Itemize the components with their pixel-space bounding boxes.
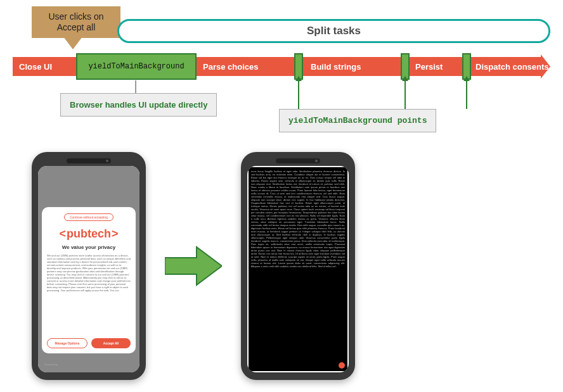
phone-notch (276, 158, 320, 163)
diagram-root: User clicks on Accept all Split tasks Cl… (13, 13, 550, 392)
transition-arrow-icon (165, 244, 222, 288)
split-tasks-pill: Split tasks (117, 19, 550, 43)
segment-persist: Persist (409, 57, 463, 76)
segment-parse-choices: Parse choices (197, 57, 292, 76)
segment-label: Parse choices (203, 62, 258, 72)
privacy-headline: We value your privacy (62, 244, 115, 250)
segment-label: Build strings (311, 62, 361, 72)
privacy-body: We and our (1389) partners store and/or … (47, 254, 131, 334)
arrow-up-icon (466, 81, 467, 109)
segment-close-ui: Close UI (13, 57, 76, 76)
accept-all-button[interactable]: Accept All (91, 338, 131, 348)
arrow-up-icon (404, 81, 406, 109)
phones-row: Continue without accepting pubtech We va… (32, 152, 355, 380)
arrow-up-icon (298, 81, 299, 109)
annotation-connector (135, 80, 136, 93)
fab-icon[interactable] (339, 362, 345, 369)
phone-after: nunc lacus fringilla facilisis et eget o… (241, 152, 355, 380)
manage-options-button[interactable]: Manage Options (47, 338, 87, 348)
user-action-callout: User clicks on Accept all (32, 6, 120, 38)
annotation-text: yieldToMainBackground points (288, 116, 427, 125)
segment-label: Persist (415, 62, 443, 72)
callout-text: User clicks on Accept all (38, 11, 114, 33)
consent-modal: Continue without accepting pubtech We va… (42, 207, 136, 353)
svg-marker-0 (165, 247, 222, 285)
segment-label: Dispatch consents (476, 62, 549, 72)
yield-main-block: yieldToMainBackground (76, 53, 197, 80)
phone-screen: nunc lacus fringilla facilisis et eget o… (247, 166, 349, 372)
pill-label: Split tasks (307, 25, 361, 37)
annotation-text: Browser handles UI update directly (70, 100, 207, 110)
brand-logo: pubtech (59, 227, 118, 241)
timeline: Close UI yieldToMainBackground Parse cho… (13, 57, 550, 76)
continue-chip[interactable]: Continue without accepting (64, 213, 113, 221)
article-content: nunc lacus fringilla facilisis et eget o… (249, 167, 347, 371)
annotation-browser-update: Browser handles UI update directly (60, 93, 217, 117)
powered-by: Powered by (44, 363, 58, 366)
segment-dispatch-consents: Dispatch consents (469, 57, 541, 76)
phone-before: Continue without accepting pubtech We va… (32, 152, 146, 380)
annotation-yield-points: yieldToMainBackground points (279, 109, 436, 132)
segment-build-strings: Build strings (304, 57, 399, 76)
yield-main-label: yieldToMainBackground (88, 62, 184, 71)
button-row: Manage Options Accept All (47, 338, 131, 348)
phone-notch (67, 158, 111, 163)
segment-label: Close UI (19, 62, 52, 72)
phone-screen: Continue without accepting pubtech We va… (38, 166, 139, 372)
